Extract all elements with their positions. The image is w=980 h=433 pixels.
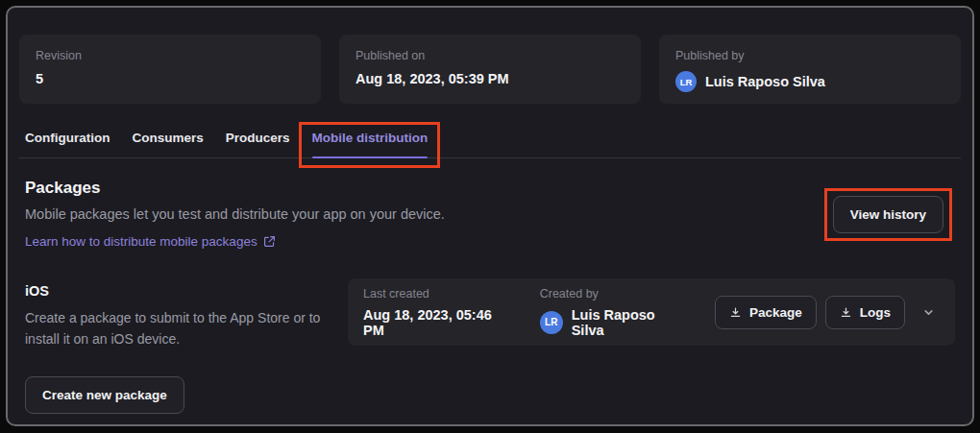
created-by-value-row: LR Luis Raposo Silva [540, 307, 673, 338]
ios-title: iOS [25, 283, 328, 299]
packages-section-header: Packages Mobile packages let you test an… [19, 179, 961, 250]
created-by-value: Luis Raposo Silva [572, 307, 673, 338]
create-new-package-button[interactable]: Create new package [25, 376, 184, 414]
ios-description: Create a package to submit to the App St… [25, 307, 328, 350]
revision-value: 5 [36, 71, 305, 86]
packages-text-block: Packages Mobile packages let you test an… [25, 179, 445, 250]
created-by-label: Created by [540, 287, 673, 301]
learn-distribute-link[interactable]: Learn how to distribute mobile packages [25, 234, 276, 249]
ios-section: iOS Create a package to submit to the Ap… [19, 278, 961, 350]
learn-distribute-link-label: Learn how to distribute mobile packages [25, 234, 257, 249]
tab-mobile-distribution-label: Mobile distribution [312, 131, 429, 145]
download-icon [840, 306, 852, 319]
published-on-value: Aug 18, 2023, 05:39 PM [355, 71, 625, 86]
revision-card: Revision 5 [19, 35, 321, 104]
download-logs-label: Logs [860, 305, 891, 320]
published-by-value-row: LR Luis Raposo Silva [675, 71, 944, 92]
download-logs-button[interactable]: Logs [825, 296, 905, 329]
avatar: LR [675, 71, 697, 92]
published-by-value: Luis Raposo Silva [705, 74, 825, 89]
app-panel: Revision 5 Published on Aug 18, 2023, 05… [6, 6, 974, 426]
published-on-card: Published on Aug 18, 2023, 05:39 PM [339, 35, 641, 104]
external-link-icon [263, 235, 276, 248]
download-package-button[interactable]: Package [715, 296, 817, 329]
published-by-label: Published by [675, 49, 944, 62]
view-history-wrap: View history [833, 196, 943, 233]
published-on-label: Published on [355, 49, 625, 62]
download-icon [729, 306, 742, 319]
last-created-value: Aug 18, 2023, 05:46 PM [363, 307, 498, 338]
info-cards-row: Revision 5 Published on Aug 18, 2023, 05… [19, 35, 961, 104]
tab-configuration[interactable]: Configuration [25, 131, 110, 157]
download-package-label: Package [749, 305, 802, 320]
tab-mobile-distribution[interactable]: Mobile distribution [312, 131, 429, 157]
tab-bar: Configuration Consumers Producers Mobile… [19, 131, 961, 158]
ios-text-block: iOS Create a package to submit to the Ap… [25, 278, 328, 350]
created-by-group: Created by LR Luis Raposo Silva [540, 287, 673, 338]
active-tab-underline [312, 156, 429, 158]
chevron-down-icon [921, 305, 936, 320]
avatar: LR [540, 311, 563, 334]
tab-producers[interactable]: Producers [226, 131, 290, 157]
published-by-card: Published by LR Luis Raposo Silva [659, 35, 961, 104]
last-created-label: Last created [363, 287, 498, 301]
packages-description: Mobile packages let you test and distrib… [25, 206, 445, 222]
last-created-group: Last created Aug 18, 2023, 05:46 PM [363, 287, 498, 338]
ios-card-buttons: Package Logs [715, 296, 940, 329]
bottom-actions: Create new package [19, 376, 961, 414]
ios-package-card: Last created Aug 18, 2023, 05:46 PM Crea… [348, 278, 955, 346]
annotation-box-mobile-distribution-tab [299, 122, 441, 168]
expand-toggle[interactable] [918, 301, 940, 324]
tab-consumers[interactable]: Consumers [132, 131, 203, 157]
revision-label: Revision [36, 49, 305, 62]
view-history-button[interactable]: View history [833, 196, 943, 233]
packages-title: Packages [25, 179, 445, 198]
